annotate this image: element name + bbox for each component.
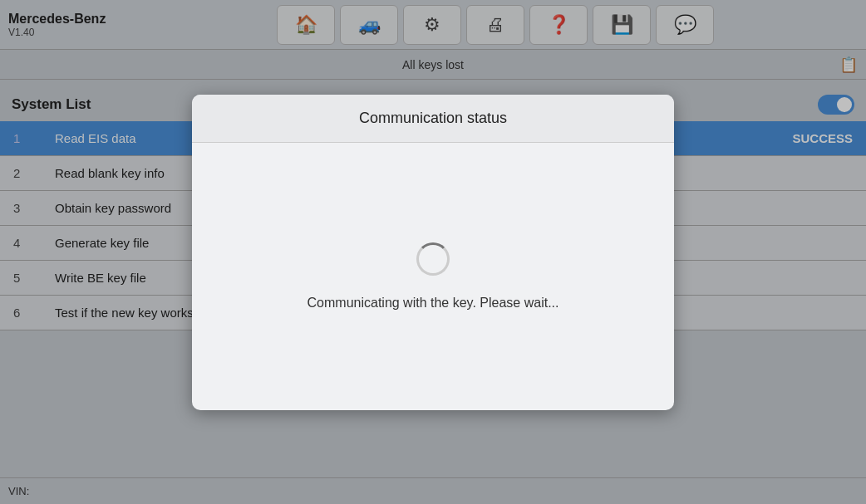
loading-spinner (416, 242, 450, 276)
modal-overlay: Communication status Communicating with … (0, 0, 866, 504)
modal-title: Communication status (359, 110, 507, 126)
modal-box: Communication status Communicating with … (192, 95, 674, 410)
modal-message: Communicating with the key. Please wait.… (308, 296, 559, 311)
modal-header: Communication status (192, 95, 674, 143)
modal-body: Communicating with the key. Please wait.… (192, 143, 674, 410)
